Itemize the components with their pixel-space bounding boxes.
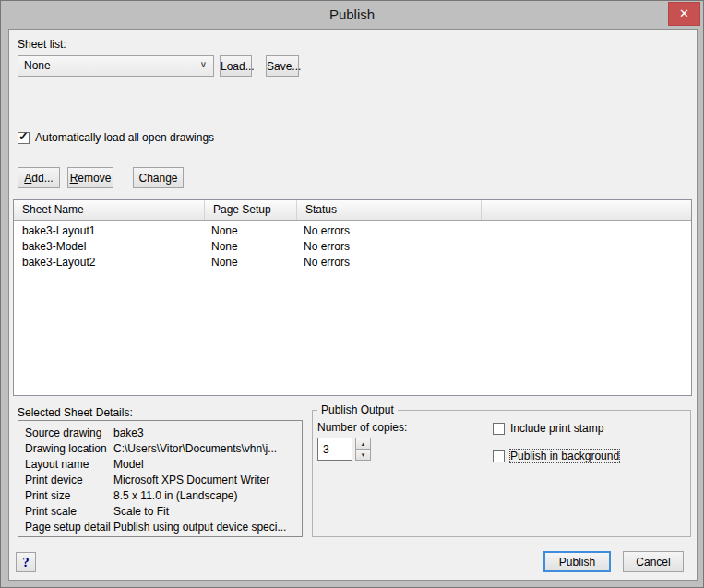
detail-label: Page setup detail [18, 520, 113, 535]
checkbox-unchecked-icon [493, 450, 505, 462]
chevron-down-icon: ∨ [200, 59, 207, 69]
cell-sheet-name: bake3-Layout1 [14, 223, 205, 239]
auto-load-label: Automatically load all open drawings [35, 131, 214, 144]
copies-spinner: ▲ ▼ [355, 438, 371, 461]
include-print-stamp-label: Include print stamp [510, 422, 603, 435]
cell-status: No errors [297, 223, 482, 239]
detail-label: Print size [18, 488, 113, 504]
sheet-list-dropdown[interactable]: None ∨ [18, 55, 214, 77]
number-of-copies-label: Number of copies: [317, 421, 407, 434]
detail-label: Layout name [18, 457, 113, 473]
change-button[interactable]: Change [133, 167, 184, 188]
checkmark-icon: ✓ [18, 129, 29, 143]
sheet-list-table: Sheet Name Page Setup Status bake3-Layou… [13, 199, 692, 396]
detail-row: Print scale Scale to Fit [18, 504, 302, 520]
detail-value: 8.5 x 11.0 in (Landscape) [113, 488, 302, 504]
detail-label: Drawing location [18, 441, 113, 457]
detail-value: Scale to Fit [113, 504, 302, 520]
include-print-stamp-checkbox[interactable]: Include print stamp [493, 422, 603, 435]
cell-page-setup: None [205, 255, 297, 270]
arrow-down-icon: ▼ [361, 452, 366, 458]
sheet-list-label: Sheet list: [18, 38, 66, 51]
detail-value: Publish using output device speci... [113, 520, 302, 535]
number-of-copies-input[interactable] [317, 438, 352, 461]
cell-sheet-name: bake3-Model [14, 239, 205, 255]
sheet-list-selected-value: None [24, 56, 51, 76]
selected-sheet-details-label: Selected Sheet Details: [18, 406, 133, 419]
detail-label: Print scale [18, 504, 113, 520]
arrow-up-icon: ▲ [361, 441, 366, 447]
cancel-button[interactable]: Cancel [623, 551, 684, 572]
remove-button-label: emove [78, 172, 111, 185]
publish-output-legend: Publish Output [317, 403, 398, 416]
column-header-status[interactable]: Status [297, 200, 482, 220]
remove-button-accel: R [70, 172, 78, 185]
table-row[interactable]: bake3-Layout1 None No errors [14, 223, 691, 239]
publish-in-background-checkbox[interactable]: Publish in background [493, 450, 619, 462]
cell-status: No errors [297, 239, 482, 255]
selected-sheet-details-panel: Source drawing bake3 Drawing location C:… [18, 420, 303, 537]
save-button[interactable]: Save... [266, 55, 299, 77]
publish-in-background-label: Publish in background [510, 450, 619, 462]
detail-row: Print device Microsoft XPS Document Writ… [18, 473, 302, 488]
spinner-down-button[interactable]: ▼ [355, 449, 371, 461]
table-header-row: Sheet Name Page Setup Status [14, 200, 691, 221]
detail-row: Layout name Model [18, 457, 302, 473]
detail-label: Source drawing [18, 426, 113, 441]
remove-button[interactable]: Remove [67, 167, 113, 188]
add-button[interactable]: Add... [18, 167, 60, 188]
cell-page-setup: None [205, 239, 297, 255]
help-button[interactable]: ? [16, 552, 36, 572]
column-header-sheet-name[interactable]: Sheet Name [14, 200, 205, 220]
detail-row: Source drawing bake3 [18, 426, 302, 441]
table-row[interactable]: bake3-Model None No errors [14, 239, 691, 255]
cell-status: No errors [297, 255, 482, 270]
detail-row: Drawing location C:\Users\Vitor\Document… [18, 441, 302, 457]
column-header-page-setup[interactable]: Page Setup [205, 200, 297, 220]
table-body: bake3-Layout1 None No errors bake3-Model… [14, 221, 691, 270]
publish-dialog: Publish ✕ Sheet list: None ∨ Load... Sav… [0, 0, 704, 588]
cell-sheet-name: bake3-Layout2 [14, 255, 205, 270]
column-header-empty[interactable] [482, 200, 691, 220]
detail-value: C:\Users\Vitor\Documents\vhn\j... [113, 441, 302, 457]
add-button-label: dd... [31, 172, 53, 185]
load-button[interactable]: Load... [220, 55, 252, 77]
detail-value: Model [113, 457, 302, 473]
auto-load-checkbox[interactable]: ✓ Automatically load all open drawings [18, 131, 214, 144]
table-row[interactable]: bake3-Layout2 None No errors [14, 255, 691, 270]
close-icon: ✕ [679, 6, 689, 20]
checkbox-unchecked-icon [493, 423, 505, 435]
detail-label: Print device [18, 473, 113, 488]
close-button[interactable]: ✕ [668, 2, 700, 26]
detail-row: Page setup detail Publish using output d… [18, 520, 302, 535]
cell-page-setup: None [205, 223, 297, 239]
dialog-title: Publish [1, 1, 703, 28]
detail-value: Microsoft XPS Document Writer [113, 473, 302, 488]
checkbox-checked-icon: ✓ [18, 132, 30, 144]
publish-button[interactable]: Publish [543, 551, 611, 572]
detail-row: Print size 8.5 x 11.0 in (Landscape) [18, 488, 302, 504]
detail-value: bake3 [113, 426, 302, 441]
title-bar: Publish ✕ [1, 1, 703, 29]
